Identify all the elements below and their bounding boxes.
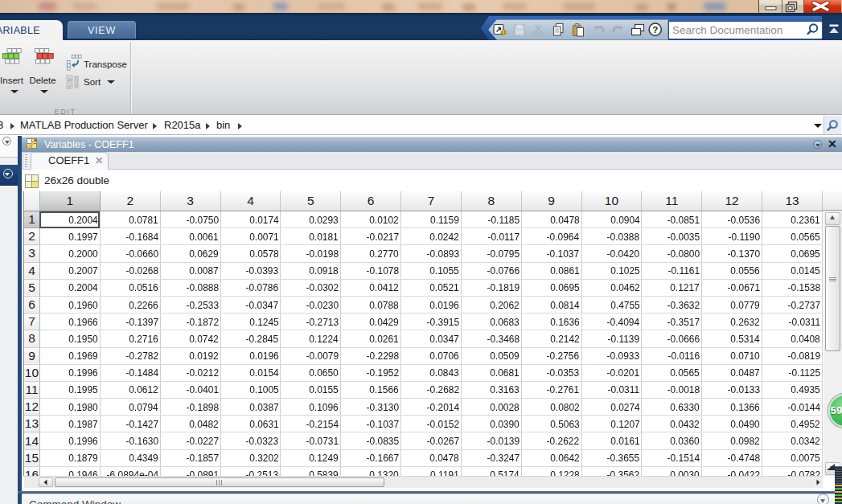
svg-text:?: ? [652, 25, 658, 35]
svg-text:z: z [68, 83, 72, 90]
